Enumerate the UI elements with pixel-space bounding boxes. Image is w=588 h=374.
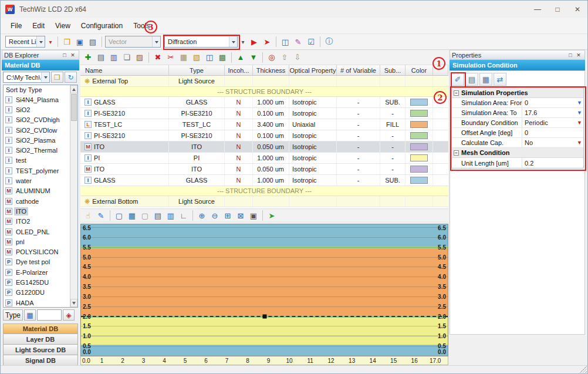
run-option-button[interactable]: ➤: [261, 36, 273, 48]
grid-show-button[interactable]: ▦: [126, 210, 138, 221]
material-item-aluminum[interactable]: MALUMINUM: [4, 186, 70, 196]
scroll-thumb[interactable]: [71, 94, 77, 121]
material-item-sio2-plasma[interactable]: ISiO2_Plasma: [4, 135, 70, 145]
list-scrollbar[interactable]: [70, 85, 77, 307]
menu-configuration[interactable]: Configuration: [76, 19, 128, 32]
chart-view-button[interactable]: ◫: [204, 52, 215, 63]
marker-handle[interactable]: [262, 314, 266, 318]
material-item-oled-pnl[interactable]: MOLED_PNL: [4, 227, 70, 237]
tab-layer-db[interactable]: Layer DB: [3, 334, 78, 345]
recent-list-combo[interactable]: Recent List: [5, 36, 45, 48]
delete-layer-button[interactable]: ✖: [152, 52, 164, 63]
material-search-input[interactable]: [37, 309, 62, 321]
property-row-unit-length-um[interactable]: Unit Length [um]0.2: [452, 158, 583, 168]
pick-position-button[interactable]: ◎: [266, 52, 278, 63]
layer-row-glass[interactable]: IGLASSGLASSN1.000 umIsotropic-SUB.: [80, 175, 448, 186]
external-row-external-bottom[interactable]: ❋External BottomLight Source: [80, 196, 448, 207]
material-item-test-polymer[interactable]: ITEST_polymer: [4, 166, 70, 176]
type-button[interactable]: Type: [3, 309, 23, 321]
copy-layer-button[interactable]: ❏: [121, 52, 133, 63]
material-item-ito2[interactable]: MITO2: [4, 217, 70, 227]
collapse-icon[interactable]: −: [454, 150, 459, 156]
layer-color-swatch[interactable]: [410, 132, 428, 139]
menu-file[interactable]: File: [5, 19, 27, 32]
cut-layer-button[interactable]: ✂: [165, 52, 177, 63]
axes-button[interactable]: ∟: [178, 210, 190, 221]
column-header-thickness[interactable]: Thickness: [253, 65, 289, 76]
column-header-of-variable[interactable]: # of Variable: [337, 65, 380, 76]
snapshot-button[interactable]: ▣: [248, 210, 259, 221]
refresh-db-button[interactable]: ↻: [65, 72, 77, 83]
shift-up-button[interactable]: ⇧: [279, 52, 290, 63]
insert-below-button[interactable]: ▥: [108, 52, 120, 63]
material-item-sio2[interactable]: ISiO2: [4, 105, 70, 114]
zoom-window-button[interactable]: ▢: [113, 210, 125, 221]
image-view-button[interactable]: ▩: [217, 52, 228, 63]
material-item-si4n4-plasma[interactable]: ISi4N4_Plasma: [4, 95, 70, 105]
dropdown-caret-icon[interactable]: [41, 72, 49, 82]
move-down-button[interactable]: ▼: [248, 52, 259, 63]
grid-hide-button[interactable]: ▢: [139, 210, 151, 221]
shift-down-button[interactable]: ⇩: [292, 52, 303, 63]
material-item-g1220du[interactable]: PG1220DU: [4, 288, 70, 298]
property-value[interactable]: 0: [522, 128, 583, 137]
external-row-external-top[interactable]: ❋External TopLight Source: [80, 76, 448, 87]
pan-button[interactable]: ☝: [82, 210, 94, 221]
table-split-button[interactable]: ▧: [191, 52, 202, 63]
dropdown-arrow-icon[interactable]: ▼: [577, 110, 582, 116]
layer-color-swatch[interactable]: [410, 143, 428, 150]
property-value[interactable]: 0▼: [522, 98, 583, 107]
material-item-pnl[interactable]: Mpnl: [4, 237, 70, 247]
scroll-up-icon[interactable]: [70, 85, 77, 93]
result-window-button[interactable]: ◫: [279, 36, 291, 48]
report-button[interactable]: ✎: [292, 36, 304, 48]
db-path-combo[interactable]: C:\My Tech\: [3, 72, 50, 83]
layer-row-test-lc[interactable]: LTEST_LCTEST_LCN3.400 umUniaxial-FILL: [80, 119, 448, 130]
dropdown-arrow-icon[interactable]: ▼: [577, 120, 582, 126]
info-button[interactable]: ⓘ: [323, 36, 335, 48]
layer-row-ito[interactable]: MITOITON0.050 umIsotropic--: [80, 164, 448, 175]
run-button[interactable]: ▶: [248, 36, 260, 48]
zoom-in-button[interactable]: ⊕: [196, 210, 208, 221]
material-item-eg1425du[interactable]: PEG1425DU: [4, 277, 70, 287]
material-item-test[interactable]: Itest: [4, 156, 70, 166]
property-section-simulation-properties[interactable]: −Simulation Properties: [452, 88, 583, 98]
property-value[interactable]: 17.6▼: [522, 108, 583, 117]
layer-row-pi-se3210[interactable]: IPI-SE3210PI-SE3210N0.100 umIsotropic--: [80, 108, 448, 119]
close-button[interactable]: ✕: [567, 1, 587, 18]
ruler-vertical-button[interactable]: ▥: [165, 210, 177, 221]
dropdown-arrow-icon[interactable]: ▼: [577, 140, 582, 146]
material-item-cathode[interactable]: Mcathode: [4, 196, 70, 206]
table-merge-button[interactable]: ▦: [178, 52, 190, 63]
tab-light-source-db[interactable]: Light Source DB: [3, 345, 78, 355]
dropdown-caret-icon[interactable]: [152, 36, 160, 47]
material-item-water[interactable]: Iwater: [4, 176, 70, 186]
material-item-e-polarizer[interactable]: PE-Polarizer: [4, 267, 70, 277]
zoom-out-button[interactable]: ⊖: [209, 210, 221, 221]
layer-color-swatch[interactable]: [410, 121, 428, 128]
property-row-offset-angle-deg[interactable]: Offset Angle [deg]0: [452, 128, 583, 138]
vector-combo[interactable]: Vector: [105, 36, 161, 48]
layer-band-test-lc[interactable]: [81, 248, 448, 316]
layer-color-swatch[interactable]: [410, 177, 428, 184]
add-layer-button[interactable]: ✚: [82, 52, 94, 63]
save-all-button[interactable]: ▤: [87, 36, 99, 48]
category-filter-button[interactable]: ▦: [24, 309, 36, 321]
layer-color-swatch[interactable]: [410, 154, 428, 161]
layer-color-swatch[interactable]: [410, 99, 428, 106]
float-panel-icon[interactable]: □: [566, 51, 575, 59]
close-panel-icon[interactable]: ✕: [575, 51, 583, 59]
property-value[interactable]: 0.2: [522, 158, 583, 168]
property-row-calculate-cap[interactable]: Calculate Cap.No▼: [452, 138, 583, 148]
column-header-sub[interactable]: Sub...: [380, 65, 405, 76]
refresh-properties-button[interactable]: ⇄: [494, 73, 506, 86]
apply-button[interactable]: ➤: [266, 210, 278, 221]
tab-material-db[interactable]: Material DB: [3, 324, 78, 334]
property-row-boundary-condition[interactable]: Boundary ConditionPeriodic▼: [452, 118, 583, 128]
paste-layer-button[interactable]: ▨: [134, 52, 146, 63]
scroll-down-icon[interactable]: [70, 299, 77, 307]
collapse-icon[interactable]: −: [454, 90, 459, 96]
browse-folder-button[interactable]: ❒: [51, 72, 63, 83]
material-item-sio2-cvdhigh[interactable]: ISiO2_CVDhigh: [4, 115, 70, 125]
maximize-button[interactable]: □: [548, 1, 567, 18]
